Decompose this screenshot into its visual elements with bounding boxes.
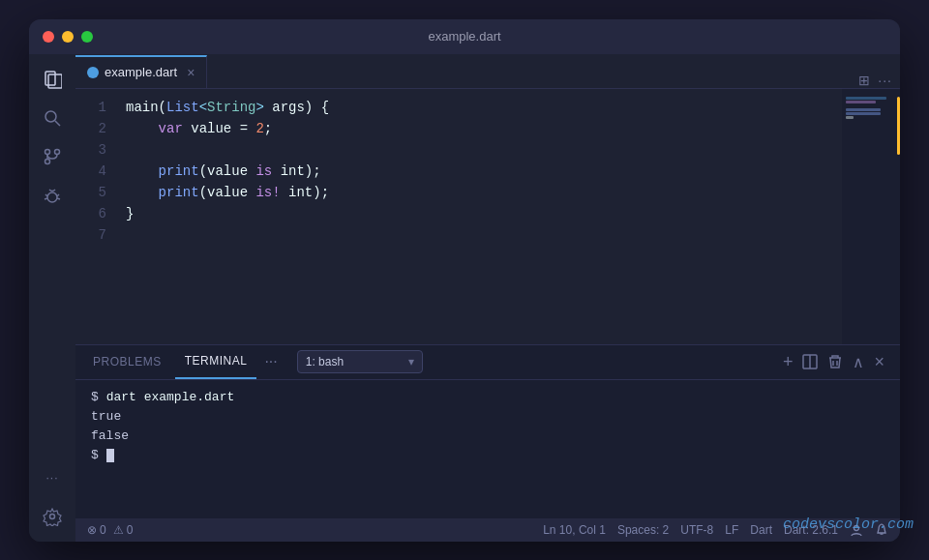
tab-filename: example.dart [105, 65, 177, 79]
source-control-icon[interactable] [35, 139, 70, 174]
code-line-2: var value = 2; [122, 118, 842, 139]
terminal-line-3: false [91, 427, 884, 446]
more-actions-icon[interactable]: ··· [878, 73, 892, 88]
file-tab-example-dart[interactable]: example.dart × [75, 55, 207, 88]
warning-icon: ⚠ [113, 523, 124, 537]
panel-actions: + ∧ × [783, 352, 892, 372]
new-terminal-button[interactable]: + [783, 352, 794, 372]
terminal-line-1: $ dart example.dart [91, 388, 884, 407]
svg-point-6 [45, 159, 50, 163]
problems-tab[interactable]: PROBLEMS [83, 344, 171, 379]
svg-line-11 [45, 198, 47, 199]
svg-point-2 [45, 111, 56, 122]
delete-terminal-button[interactable] [827, 354, 843, 369]
status-encoding[interactable]: UTF-8 [676, 518, 717, 542]
status-spaces[interactable]: Spaces: 2 [614, 518, 673, 542]
chevron-up-icon[interactable]: ∧ [853, 353, 864, 371]
minimap [842, 89, 900, 344]
code-line-3 [122, 139, 842, 161]
terminal-content[interactable]: $ dart example.dart true false $ [75, 380, 900, 518]
code-line-5: print(value is! int); [122, 182, 842, 203]
split-editor-icon[interactable]: ⊞ [858, 73, 870, 88]
code-line-4: print(value is int); [122, 161, 842, 182]
error-icon: ⊗ [87, 523, 97, 537]
panel: PROBLEMS TERMINAL ··· 1: bash ▾ + [75, 344, 900, 518]
terminal-dropdown-label: 1: bash [306, 355, 344, 368]
search-icon[interactable] [35, 101, 70, 135]
svg-rect-0 [45, 72, 55, 85]
settings-icon[interactable] [35, 499, 70, 534]
tab-bar-actions: ⊞ ··· [851, 73, 900, 88]
svg-line-10 [57, 194, 59, 196]
close-panel-button[interactable]: × [874, 352, 884, 372]
traffic-lights [43, 31, 93, 43]
titlebar: example.dart [29, 19, 900, 54]
error-count: 0 [100, 523, 106, 537]
editor-area: example.dart × ⊞ ··· 1 2 3 4 5 6 7 [75, 54, 900, 542]
terminal-line-2: true [91, 407, 884, 427]
status-bar: ⊗ 0 ⚠ 0 Ln 10, Col 1 Spaces: 2 UTF-8 LF … [75, 518, 900, 542]
window-title: example.dart [428, 29, 500, 44]
watermark: codevscolor.com [783, 516, 900, 533]
terminal-tab[interactable]: TERMINAL [175, 344, 257, 379]
code-editor[interactable]: 1 2 3 4 5 6 7 main(List<String> args) { … [75, 89, 900, 344]
terminal-cursor [106, 449, 114, 462]
svg-point-13 [50, 514, 55, 518]
status-language[interactable]: Dart [746, 518, 776, 542]
split-terminal-button[interactable] [802, 354, 818, 369]
close-button[interactable] [43, 31, 54, 43]
activity-bar: ··· [29, 54, 75, 542]
svg-point-8 [47, 192, 57, 202]
status-errors[interactable]: ⊗ 0 ⚠ 0 [83, 518, 136, 542]
warning-count: 0 [127, 523, 134, 537]
extensions-more-icon[interactable]: ··· [35, 460, 70, 495]
files-icon[interactable] [35, 62, 70, 97]
terminal-dropdown-container: 1: bash ▾ [297, 350, 423, 373]
maximize-button[interactable] [81, 31, 93, 43]
code-content[interactable]: main(List<String> args) { var value = 2;… [122, 89, 842, 344]
line-numbers: 1 2 3 4 5 6 7 [75, 89, 122, 344]
main-layout: ··· example.dart × ⊞ ··· [29, 54, 900, 542]
terminal-dropdown[interactable]: 1: bash ▾ [297, 350, 423, 373]
terminal-line-4: $ [91, 446, 884, 465]
tab-close-button[interactable]: × [187, 65, 195, 80]
status-eol[interactable]: LF [721, 518, 742, 542]
code-line-7 [122, 224, 842, 246]
svg-point-5 [55, 149, 60, 154]
dart-file-icon [87, 67, 99, 78]
panel-more-icon[interactable]: ··· [264, 353, 277, 370]
debug-icon[interactable] [35, 178, 70, 213]
vscode-window: example.dart [29, 19, 900, 542]
tab-bar: example.dart × ⊞ ··· [75, 54, 900, 89]
svg-point-4 [45, 149, 50, 154]
panel-tabs: PROBLEMS TERMINAL ··· 1: bash ▾ + [75, 345, 900, 380]
dropdown-arrow-icon: ▾ [408, 355, 414, 368]
code-line-1: main(List<String> args) { [122, 97, 842, 118]
svg-line-12 [57, 198, 60, 199]
status-position[interactable]: Ln 10, Col 1 [539, 518, 610, 542]
code-line-6: } [122, 203, 842, 224]
svg-line-9 [45, 194, 47, 196]
svg-line-3 [55, 121, 60, 126]
minimap-scrollbar[interactable] [897, 97, 900, 155]
minimize-button[interactable] [62, 31, 74, 43]
